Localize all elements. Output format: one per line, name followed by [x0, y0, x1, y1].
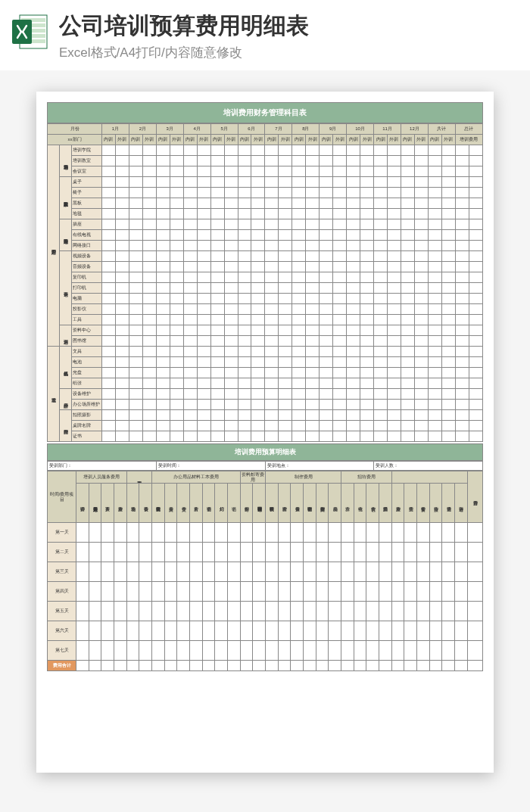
data-cell[interactable]	[401, 431, 414, 442]
data-cell[interactable]	[417, 641, 430, 661]
data-cell[interactable]	[401, 336, 414, 347]
data-cell[interactable]	[388, 410, 401, 421]
data-cell[interactable]	[202, 621, 215, 641]
data-cell[interactable]	[102, 262, 116, 272]
data-cell[interactable]	[441, 262, 455, 272]
data-cell[interactable]	[129, 410, 142, 421]
data-cell[interactable]	[333, 315, 347, 325]
data-cell[interactable]	[156, 294, 170, 304]
data-cell[interactable]	[360, 421, 374, 431]
data-cell[interactable]	[304, 641, 316, 661]
data-cell[interactable]	[374, 198, 388, 209]
data-cell[interactable]	[374, 368, 388, 378]
data-cell[interactable]	[238, 230, 251, 241]
data-cell[interactable]	[202, 641, 215, 661]
data-cell[interactable]	[115, 336, 129, 347]
data-cell[interactable]	[240, 641, 253, 661]
data-cell[interactable]	[388, 294, 401, 304]
data-cell[interactable]	[197, 368, 210, 378]
data-cell[interactable]	[129, 251, 142, 262]
data-cell[interactable]	[102, 241, 116, 251]
data-cell[interactable]	[102, 166, 116, 177]
data-cell[interactable]	[320, 219, 333, 230]
data-cell[interactable]	[278, 621, 291, 641]
data-cell[interactable]	[379, 602, 392, 621]
data-cell[interactable]	[251, 198, 265, 209]
data-cell[interactable]	[129, 209, 142, 219]
data-cell[interactable]	[102, 389, 116, 400]
data-cell[interactable]	[441, 336, 455, 347]
data-cell[interactable]	[102, 357, 116, 368]
data-cell[interactable]	[224, 262, 238, 272]
data-cell[interactable]	[115, 156, 129, 166]
data-cell[interactable]	[156, 347, 170, 357]
data-cell[interactable]	[341, 641, 354, 661]
data-cell[interactable]	[455, 621, 468, 641]
data-cell[interactable]	[251, 347, 265, 357]
data-cell[interactable]	[320, 156, 333, 166]
data-cell[interactable]	[320, 198, 333, 209]
data-cell[interactable]	[89, 602, 101, 621]
data-cell[interactable]	[388, 272, 401, 283]
data-cell[interactable]	[152, 543, 165, 562]
data-cell[interactable]	[177, 543, 190, 562]
data-cell[interactable]	[428, 400, 441, 410]
data-cell[interactable]	[210, 389, 224, 400]
data-cell[interactable]	[374, 251, 388, 262]
data-cell[interactable]	[170, 177, 183, 188]
data-cell[interactable]	[253, 582, 266, 602]
data-cell[interactable]	[101, 543, 114, 562]
data-cell[interactable]	[292, 262, 306, 272]
data-cell[interactable]	[129, 368, 142, 378]
data-cell[interactable]	[469, 431, 482, 442]
data-cell[interactable]	[183, 410, 197, 421]
data-cell[interactable]	[414, 251, 428, 262]
data-cell[interactable]	[251, 378, 265, 389]
data-cell[interactable]	[224, 294, 238, 304]
data-cell[interactable]	[388, 389, 401, 400]
data-cell[interactable]	[333, 336, 347, 347]
data-cell[interactable]	[183, 389, 197, 400]
data-cell[interactable]	[455, 431, 469, 442]
data-cell[interactable]	[265, 325, 279, 336]
data-cell[interactable]	[170, 389, 183, 400]
data-cell[interactable]	[238, 241, 251, 251]
data-cell[interactable]	[197, 283, 210, 294]
data-cell[interactable]	[142, 431, 156, 442]
data-cell[interactable]	[333, 241, 347, 251]
data-cell[interactable]	[360, 262, 374, 272]
data-cell[interactable]	[253, 543, 266, 562]
data-cell[interactable]	[388, 262, 401, 272]
data-cell[interactable]	[333, 198, 347, 209]
data-cell[interactable]	[329, 543, 341, 562]
data-cell[interactable]	[210, 368, 224, 378]
data-cell[interactable]	[306, 368, 320, 378]
data-cell[interactable]	[455, 145, 469, 156]
data-cell[interactable]	[156, 400, 170, 410]
data-cell[interactable]	[401, 325, 414, 336]
data-cell[interactable]	[306, 251, 320, 262]
data-cell[interactable]	[414, 400, 428, 410]
data-cell[interactable]	[156, 325, 170, 336]
data-cell[interactable]	[265, 431, 279, 442]
data-cell[interactable]	[291, 621, 304, 641]
data-cell[interactable]	[469, 421, 482, 431]
data-cell[interactable]	[469, 188, 482, 198]
data-cell[interactable]	[170, 209, 183, 219]
data-cell[interactable]	[291, 582, 304, 602]
data-cell[interactable]	[306, 389, 320, 400]
data-cell[interactable]	[197, 315, 210, 325]
data-cell[interactable]	[102, 336, 116, 347]
data-cell[interactable]	[414, 294, 428, 304]
data-cell[interactable]	[414, 188, 428, 198]
data-cell[interactable]	[210, 347, 224, 357]
data-cell[interactable]	[251, 272, 265, 283]
data-cell[interactable]	[347, 357, 360, 368]
data-cell[interactable]	[469, 230, 482, 241]
data-cell[interactable]	[224, 368, 238, 378]
data-cell[interactable]	[360, 389, 374, 400]
data-cell[interactable]	[129, 304, 142, 315]
data-cell[interactable]	[469, 262, 482, 272]
data-cell[interactable]	[224, 378, 238, 389]
data-cell[interactable]	[316, 543, 329, 562]
